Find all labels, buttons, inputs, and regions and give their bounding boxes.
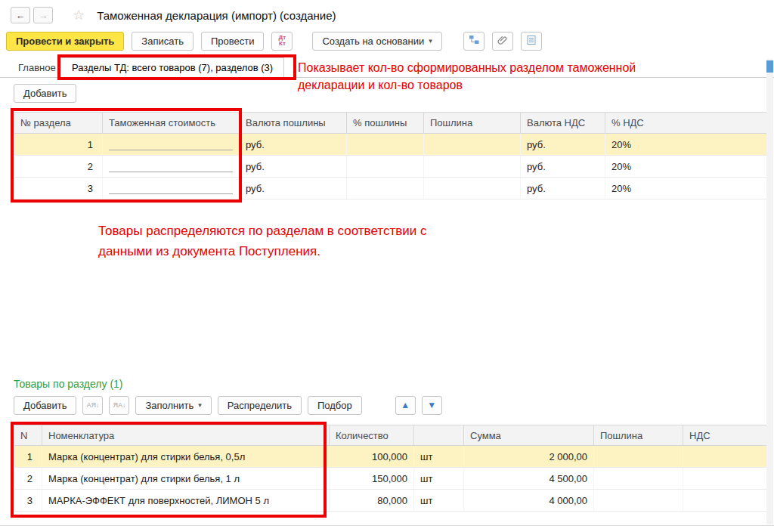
section-row-3[interactable]: 3 руб. руб. 20%	[14, 178, 768, 200]
header-section-number: № раздела	[14, 113, 103, 134]
goods-n-cell[interactable]: 3	[14, 490, 42, 512]
title-bar: ← → ☆ Таможенная декларация (импорт) (со…	[11, 5, 336, 25]
sort-ascending-icon: АЯ↓	[86, 401, 99, 409]
arrow-down-icon: ▼	[427, 400, 436, 410]
goods-n-cell[interactable]: 2	[14, 468, 42, 490]
distribute-button[interactable]: Распределить	[218, 396, 302, 415]
pick-button[interactable]: Подбор	[308, 396, 362, 415]
section-number-cell[interactable]: 3	[14, 178, 103, 200]
window-bottom-border	[0, 525, 774, 526]
back-button[interactable]: ←	[11, 7, 30, 23]
scrollbar-thumb[interactable]	[766, 60, 773, 73]
vat-percent-cell[interactable]: 20%	[605, 134, 768, 156]
create-based-on-button[interactable]: Создать на основании ▾	[312, 32, 441, 51]
move-up-button[interactable]: ▲	[395, 396, 416, 415]
section-row-2[interactable]: 2 руб. руб. 20%	[14, 156, 768, 178]
report-icon	[526, 35, 537, 48]
header-duty-percent: % пошлины	[347, 113, 424, 134]
duty-currency-cell[interactable]: руб.	[240, 178, 347, 200]
header-vat-currency: Валюта НДС	[521, 113, 605, 134]
dtkt-button[interactable]: Дт Кт	[271, 32, 293, 51]
duty-currency-cell[interactable]: руб.	[240, 134, 347, 156]
annotation-body-note-line1: Товары распределяются по разделам в соот…	[98, 221, 426, 241]
paperclip-icon	[497, 35, 508, 48]
duty-cell[interactable]	[424, 178, 521, 200]
header-n: N	[14, 425, 42, 446]
dtkt-icon: Дт Кт	[279, 35, 286, 47]
customs-value-cell[interactable]	[103, 178, 240, 200]
goods-duty-cell[interactable]	[594, 490, 683, 512]
sort-ascending-button[interactable]: АЯ↓	[82, 396, 103, 415]
sum-cell[interactable]: 4 000,00	[464, 490, 594, 512]
vat-currency-cell[interactable]: руб.	[521, 178, 605, 200]
forward-button[interactable]: →	[33, 7, 53, 23]
quantity-cell[interactable]: 150,000	[330, 468, 414, 490]
unit-cell[interactable]: шт	[414, 468, 464, 490]
goods-table: N Номенклатура Количество Сумма Пошлина …	[14, 425, 768, 512]
quantity-cell[interactable]: 100,000	[330, 446, 414, 468]
tab-td-sections[interactable]: Разделы ТД: всего товаров (7), разделов …	[60, 57, 284, 78]
add-goods-button[interactable]: Добавить	[14, 396, 76, 415]
sort-descending-button[interactable]: ЯА↓	[109, 396, 129, 415]
goods-duty-cell[interactable]	[594, 468, 683, 490]
sum-cell[interactable]: 2 000,00	[464, 446, 594, 468]
add-section-button[interactable]: Добавить	[14, 84, 76, 103]
sections-table-header-row: № раздела Таможенная стоимость Валюта по…	[14, 113, 768, 134]
goods-row-3[interactable]: 3 МАРКА-ЭФФЕКТ для поверхностей, ЛИМОН 5…	[14, 490, 768, 512]
annotation-body-note-line2: данными из документа Поступления.	[98, 241, 426, 261]
command-bar: Провести и закрыть Записать Провести Дт …	[6, 31, 542, 51]
duty-percent-cell[interactable]	[347, 134, 424, 156]
sum-cell[interactable]: 4 500,00	[464, 468, 594, 490]
duty-cell[interactable]	[424, 156, 521, 178]
fill-button[interactable]: Заполнить ▾	[135, 396, 211, 415]
nomenclature-cell[interactable]: Марка (концентрат) для стирки белья, 0,5…	[42, 446, 330, 468]
section-number-cell[interactable]: 2	[14, 156, 103, 178]
reports-button[interactable]	[521, 32, 542, 51]
goods-vat-cell[interactable]	[683, 490, 768, 512]
related-documents-button[interactable]	[463, 32, 485, 51]
goods-duty-cell[interactable]	[594, 446, 683, 468]
quantity-cell[interactable]: 80,000	[330, 490, 414, 512]
unit-cell[interactable]: шт	[414, 490, 464, 512]
post-and-close-button[interactable]: Провести и закрыть	[6, 32, 124, 51]
goods-vat-cell[interactable]	[683, 446, 768, 468]
sections-table: № раздела Таможенная стоимость Валюта по…	[14, 112, 768, 200]
arrow-up-icon: ▲	[401, 400, 410, 410]
goods-row-2[interactable]: 2 Марка (концентрат) для стирки белья, 1…	[14, 468, 768, 490]
favorite-star-icon[interactable]: ☆	[73, 7, 85, 23]
empty-input-underline	[109, 138, 233, 150]
goods-table-header-row: N Номенклатура Количество Сумма Пошлина …	[14, 425, 768, 446]
tab-main[interactable]: Главное	[8, 58, 67, 77]
vertical-scrollbar[interactable]	[766, 59, 773, 524]
duty-percent-cell[interactable]	[347, 156, 424, 178]
goods-row-1[interactable]: 1 Марка (концентрат) для стирки белья, 0…	[14, 446, 768, 468]
empty-input-underline	[109, 160, 233, 172]
annotation-tab-note-line1: Показывает кол-во сформированных раздело…	[298, 59, 636, 76]
vat-currency-cell[interactable]: руб.	[521, 156, 605, 178]
kt-label: Кт	[279, 41, 286, 47]
duty-cell[interactable]	[424, 134, 521, 156]
header-sum: Сумма	[464, 425, 594, 446]
header-vat-percent: % НДС	[605, 113, 768, 134]
section-row-1[interactable]: 1 руб. руб. 20%	[14, 134, 768, 156]
attachments-button[interactable]	[492, 32, 513, 51]
nomenclature-cell[interactable]: МАРКА-ЭФФЕКТ для поверхностей, ЛИМОН 5 л	[42, 490, 330, 512]
nomenclature-cell[interactable]: Марка (концентрат) для стирки белья, 1 л	[42, 468, 330, 490]
write-button[interactable]: Записать	[132, 32, 194, 51]
duty-currency-cell[interactable]: руб.	[240, 156, 347, 178]
empty-input-underline	[109, 182, 233, 194]
section-number-cell[interactable]: 1	[14, 134, 103, 156]
vat-currency-cell[interactable]: руб.	[521, 134, 605, 156]
chevron-down-icon: ▾	[429, 37, 432, 45]
goods-n-cell[interactable]: 1	[14, 446, 42, 468]
goods-vat-cell[interactable]	[683, 468, 768, 490]
vat-percent-cell[interactable]: 20%	[605, 178, 768, 200]
customs-value-cell[interactable]	[103, 156, 240, 178]
customs-value-cell[interactable]	[103, 134, 240, 156]
unit-cell[interactable]: шт	[414, 446, 464, 468]
move-down-button[interactable]: ▼	[422, 396, 442, 415]
header-customs-value: Таможенная стоимость	[103, 113, 240, 134]
post-button[interactable]: Провести	[201, 32, 265, 51]
vat-percent-cell[interactable]: 20%	[605, 156, 768, 178]
duty-percent-cell[interactable]	[347, 178, 424, 200]
